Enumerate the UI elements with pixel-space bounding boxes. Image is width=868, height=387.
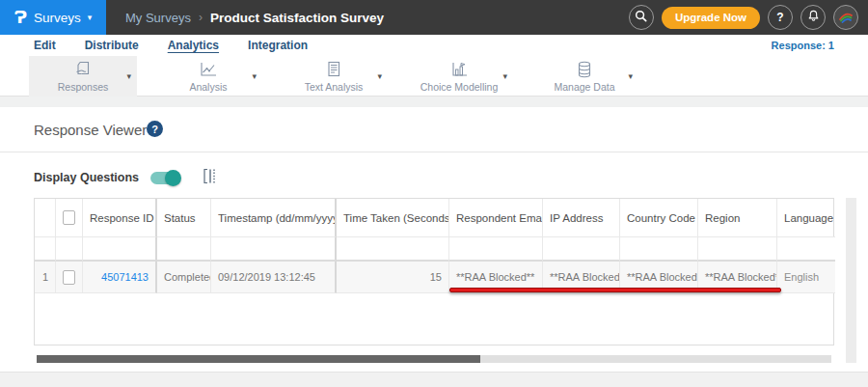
section-divider — [0, 97, 868, 107]
question-mark-icon: ? — [776, 11, 783, 24]
toolbar-label: Text Analysis — [305, 81, 364, 93]
filter-input-country[interactable] — [627, 237, 691, 260]
filter-input-response-id[interactable] — [90, 237, 149, 260]
app-root: Ɂ Surveys ▾ My Surveys › Product Satisfa… — [0, 0, 868, 387]
notifications-button[interactable] — [800, 5, 826, 30]
bell-icon — [807, 10, 820, 25]
column-label: IP Address — [550, 212, 603, 224]
toolbar-manage-data[interactable]: Manage Data ▾ — [530, 56, 638, 97]
header-time-taken[interactable]: Time Taken (Seconds) ⇅ — [337, 199, 449, 237]
chevron-down-icon[interactable]: ▾ — [126, 71, 131, 81]
redaction-highlight-annotation — [449, 288, 781, 292]
page-title: Product Satisfaction Survey — [210, 11, 384, 25]
header-response-id[interactable]: Response ID ▼ — [83, 199, 157, 237]
filter-cell — [777, 237, 835, 262]
chevron-down-icon[interactable]: ▾ — [377, 71, 382, 81]
status-cell: Completed — [157, 262, 211, 293]
avatar-logo-icon — [837, 8, 854, 28]
responses-table: Response ID ▼ Status Timestamp (dd/mm/yy… — [34, 198, 834, 346]
chevron-down-icon: ▾ — [88, 14, 93, 22]
row-checkbox[interactable] — [63, 270, 75, 285]
filter-input-timestamp[interactable] — [218, 237, 328, 260]
horizontal-scrollbar-thumb[interactable] — [37, 355, 480, 363]
toolbar-text-analysis[interactable]: Text Analysis ▾ — [280, 56, 388, 97]
choice-modelling-icon — [448, 60, 470, 79]
filter-input-time-taken[interactable] — [343, 237, 442, 260]
breadcrumb: My Surveys › Product Satisfaction Survey — [125, 11, 384, 25]
text-analysis-icon — [323, 60, 344, 79]
header-status: Status — [157, 199, 211, 237]
chevron-down-icon[interactable]: ▾ — [252, 71, 257, 81]
filter-cell — [56, 237, 83, 262]
filter-input-ip[interactable] — [550, 237, 612, 260]
display-questions-toggle[interactable] — [150, 172, 179, 184]
responses-icon — [72, 60, 94, 79]
help-button[interactable]: ? — [768, 5, 793, 30]
breadcrumb-my-surveys[interactable]: My Surveys — [125, 11, 191, 25]
row-select-cell — [56, 262, 83, 293]
search-button[interactable] — [629, 5, 654, 30]
survey-nav: Edit Distribute Analytics Integration Re… — [0, 35, 868, 56]
select-all-checkbox[interactable] — [63, 210, 75, 225]
header-timestamp[interactable]: Timestamp (dd/mm/yyyy) ⇅ — [211, 199, 337, 237]
filter-cell — [543, 237, 620, 262]
timestamp-cell: 09/12/2019 13:12:45 — [211, 262, 337, 293]
footer-strip — [0, 372, 868, 387]
response-id-link[interactable]: 45071413 — [101, 271, 149, 283]
analysis-icon — [198, 60, 219, 79]
filter-cell — [698, 237, 777, 262]
column-label: Status — [164, 212, 196, 224]
toolbar-responses[interactable]: Responses ▾ — [29, 56, 137, 97]
horizontal-scrollbar[interactable] — [37, 355, 831, 363]
column-label: Language — [784, 212, 833, 224]
header-language: Language — [777, 199, 835, 237]
filter-input-status[interactable] — [164, 237, 203, 260]
display-questions-label: Display Questions — [34, 171, 139, 184]
header-region: Region — [698, 199, 777, 237]
column-layout-icon — [203, 173, 217, 187]
chevron-down-icon[interactable]: ▾ — [628, 71, 633, 81]
nav-tab-edit[interactable]: Edit — [34, 39, 56, 52]
header-ip-address: IP Address — [543, 199, 620, 237]
row-number-cell: 1 — [35, 262, 56, 293]
section-help-icon[interactable]: ? — [147, 121, 163, 137]
display-questions-row: Display Questions — [34, 168, 217, 187]
column-label: Timestamp (dd/mm/yyyy) — [218, 212, 337, 224]
filter-cell — [83, 237, 157, 262]
toolbar-choice-modelling[interactable]: Choice Modelling ▾ — [405, 56, 513, 97]
breadcrumb-separator: › — [199, 11, 203, 24]
filter-cell — [211, 237, 337, 262]
user-avatar[interactable] — [833, 5, 858, 30]
top-bar-actions: Upgrade Now ? — [629, 5, 868, 30]
filter-input-region[interactable] — [705, 237, 770, 260]
manage-data-icon — [574, 60, 595, 79]
toolbar-analysis[interactable]: Analysis ▾ — [154, 56, 262, 97]
header-row-number — [35, 199, 56, 237]
table-header-row: Response ID ▼ Status Timestamp (dd/mm/yy… — [35, 199, 833, 237]
column-layout-button[interactable] — [203, 168, 217, 187]
section-title: Response Viewer — [34, 122, 147, 138]
nav-tab-distribute[interactable]: Distribute — [85, 39, 139, 52]
column-label: Response ID — [90, 212, 153, 224]
product-switcher-label: Surveys — [34, 11, 81, 25]
response-id-cell: 45071413 — [83, 262, 157, 293]
header-select-all — [56, 199, 83, 237]
toolbar-label: Responses — [58, 81, 109, 93]
nav-tab-analytics[interactable]: Analytics — [168, 39, 219, 52]
vertical-scrollbar[interactable] — [846, 198, 856, 363]
nav-tab-integration[interactable]: Integration — [248, 39, 308, 52]
filter-input-email[interactable] — [456, 237, 535, 260]
column-label: Time Taken (Seconds) — [343, 212, 449, 224]
table-filter-row — [35, 237, 833, 262]
chevron-down-icon[interactable]: ▾ — [502, 71, 507, 81]
column-label: Region — [705, 212, 740, 224]
filter-cell — [620, 237, 698, 262]
toolbar-label: Analysis — [189, 81, 227, 93]
product-switcher[interactable]: Ɂ Surveys ▾ — [0, 0, 106, 35]
filter-input-language[interactable] — [784, 237, 828, 260]
upgrade-now-button[interactable]: Upgrade Now — [662, 7, 760, 29]
search-icon — [635, 10, 647, 25]
filter-cell — [35, 237, 56, 262]
response-viewer-header: Response Viewer ? All Responses ▾ — [0, 107, 868, 152]
questionpro-logo-icon: Ɂ — [14, 8, 27, 27]
